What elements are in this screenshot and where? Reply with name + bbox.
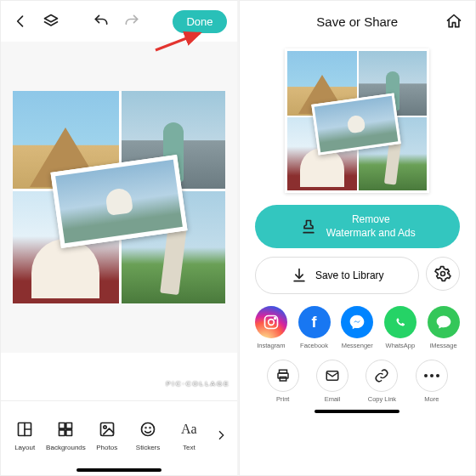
stickers-icon <box>139 418 157 440</box>
share-instagram[interactable]: Instagram <box>255 306 287 349</box>
collage-preview <box>13 91 225 303</box>
share-targets: Instagram fFacebook Messenger WhatsApp i… <box>240 306 476 349</box>
instagram-icon <box>255 306 287 338</box>
svg-marker-0 <box>45 15 58 22</box>
share-topbar: Save or Share <box>240 1 476 42</box>
more-icon <box>416 360 448 392</box>
tool-text[interactable]: Aa Text <box>168 418 209 451</box>
share-label: iMessage <box>430 342 457 349</box>
home-icon[interactable] <box>445 12 463 31</box>
editor-screen: Done PIC·COLLAGE Layout Backgrounds <box>0 0 239 476</box>
action-targets: Print Email Copy Link More <box>240 360 476 410</box>
action-label: Copy Link <box>368 395 396 403</box>
share-messenger[interactable]: Messenger <box>341 306 373 349</box>
tool-label: Stickers <box>136 444 160 451</box>
tool-stickers[interactable]: Stickers <box>128 418 168 451</box>
svg-rect-6 <box>66 423 72 429</box>
action-label: Print <box>276 395 289 403</box>
action-copylink[interactable]: Copy Link <box>366 360 398 403</box>
tool-label: Photos <box>96 444 117 451</box>
tool-label: Text <box>183 444 196 451</box>
messenger-icon <box>341 306 373 338</box>
svg-point-12 <box>145 428 146 428</box>
layers-icon[interactable] <box>42 12 60 31</box>
action-label: Email <box>325 395 341 403</box>
share-facebook[interactable]: fFacebook <box>298 306 331 349</box>
canvas-area[interactable] <box>1 42 237 353</box>
svg-rect-8 <box>66 430 72 436</box>
button-label: Save to Library <box>315 269 384 281</box>
watermark-text: PIC·COLLAGE <box>166 380 230 388</box>
remove-watermark-button[interactable]: Remove Watermark and Ads <box>255 205 461 248</box>
share-label: WhatsApp <box>386 342 416 349</box>
email-icon <box>316 360 348 392</box>
facebook-icon: f <box>298 306 331 338</box>
svg-point-17 <box>269 320 275 326</box>
svg-point-13 <box>150 428 150 428</box>
share-whatsapp[interactable]: WhatsApp <box>384 306 416 349</box>
text-icon: Aa <box>179 418 198 440</box>
svg-rect-7 <box>60 430 65 436</box>
toolbar-more-icon[interactable] <box>209 428 233 442</box>
svg-rect-9 <box>100 423 113 436</box>
svg-point-15 <box>441 272 445 276</box>
imessage-icon <box>428 306 460 338</box>
share-label: Facebook <box>300 342 328 349</box>
share-label: Instagram <box>257 342 285 349</box>
redo-icon[interactable] <box>122 12 141 31</box>
settings-button[interactable] <box>426 257 460 291</box>
undo-icon[interactable] <box>92 12 110 31</box>
save-to-library-button[interactable]: Save to Library <box>255 257 420 294</box>
editor-toolbar: Layout Backgrounds Photos Stickers Aa Te… <box>1 400 237 468</box>
collage-thumbnail[interactable] <box>285 48 429 193</box>
editor-topbar: Done <box>1 1 237 42</box>
svg-rect-5 <box>60 423 65 429</box>
photos-icon <box>98 418 116 440</box>
page-title: Save or Share <box>316 14 398 29</box>
stamp-icon <box>299 218 318 236</box>
action-more[interactable]: More <box>416 360 448 403</box>
tool-photos[interactable]: Photos <box>87 418 128 451</box>
download-icon <box>290 266 309 285</box>
tool-label: Backgrounds <box>46 444 86 451</box>
home-indicator <box>76 468 162 472</box>
gear-icon <box>434 264 452 283</box>
svg-point-11 <box>142 423 155 436</box>
svg-point-10 <box>104 426 106 428</box>
whatsapp-icon <box>384 306 416 338</box>
back-icon[interactable] <box>11 12 30 31</box>
svg-point-18 <box>275 318 276 320</box>
tool-backgrounds[interactable]: Backgrounds <box>45 418 86 451</box>
done-button[interactable]: Done <box>173 10 226 33</box>
action-email[interactable]: Email <box>316 360 348 403</box>
action-label: More <box>424 395 439 403</box>
tool-layout[interactable]: Layout <box>4 418 45 451</box>
backgrounds-icon <box>56 418 75 440</box>
layout-icon <box>15 418 34 440</box>
share-imessage[interactable]: iMessage <box>428 306 460 349</box>
share-label: Messenger <box>342 342 373 349</box>
link-icon <box>366 360 398 392</box>
button-label: Remove Watermark and Ads <box>326 213 416 240</box>
action-print[interactable]: Print <box>267 360 299 403</box>
print-icon <box>267 360 299 392</box>
tool-label: Layout <box>14 444 35 451</box>
home-indicator <box>314 410 400 413</box>
share-screen: Save or Share Remove Watermark and Ads S… <box>239 0 477 476</box>
